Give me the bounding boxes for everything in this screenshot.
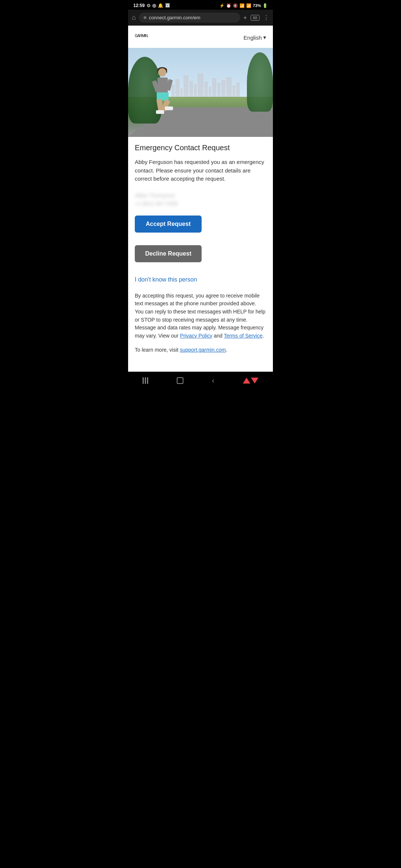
back-button[interactable]: ‹ xyxy=(212,376,215,385)
tab-count[interactable]: 88 xyxy=(251,15,260,21)
runner-head xyxy=(158,68,166,76)
triangle-up-icon xyxy=(243,378,250,384)
home-button[interactable] xyxy=(177,377,183,384)
accept-button-container: Accept Request xyxy=(135,216,266,233)
battery-icon: 🔋 xyxy=(263,3,268,8)
more-options-icon[interactable]: ⋮ xyxy=(263,14,269,21)
runner-shoe2 xyxy=(165,106,173,110)
bottom-navigation: ‹ xyxy=(128,372,273,392)
runner-body xyxy=(157,78,168,94)
recent-apps-button[interactable] xyxy=(143,377,148,384)
contact-phone: +1 (801) 867-5309 xyxy=(135,201,266,207)
garmin-header: GARMIN. English ▾ xyxy=(128,26,273,48)
browser-actions: + 88 ⋮ xyxy=(243,14,269,21)
tree-right xyxy=(247,52,273,112)
bar1 xyxy=(143,377,144,384)
building xyxy=(198,73,203,99)
dont-know-link[interactable]: I don't know this person xyxy=(135,276,266,283)
terms-of-service-link[interactable]: Terms of Service xyxy=(224,333,263,339)
battery-display: 73% xyxy=(253,3,261,8)
whatsapp-icon: ⊙ xyxy=(147,3,150,8)
url-text: connect.garmin.com/em xyxy=(149,15,200,20)
main-content: Emergency Contact Request Abby Ferguson … xyxy=(128,137,273,372)
page-title: Emergency Contact Request xyxy=(135,144,266,152)
triangle-down-icon xyxy=(251,378,258,384)
wifi-icon: 📶 xyxy=(239,3,245,8)
runner-shoe1 xyxy=(156,110,164,114)
contact-name: Abby Thompson xyxy=(135,192,266,198)
building xyxy=(226,77,232,99)
instagram-icon: ◎ xyxy=(152,3,156,8)
language-label: English xyxy=(244,34,262,41)
runner-figure xyxy=(150,66,176,115)
description-text: Abby Ferguson has requested you as an em… xyxy=(135,158,266,183)
support-link[interactable]: support.garmin.com xyxy=(180,347,226,353)
new-tab-icon[interactable]: + xyxy=(243,14,247,21)
decline-button-container: Decline Request xyxy=(135,245,266,262)
charge-icon: ⚡ xyxy=(219,3,225,8)
page-content: GARMIN. English ▾ xyxy=(128,26,273,372)
building xyxy=(175,79,180,99)
building xyxy=(183,75,189,99)
bar2 xyxy=(145,377,146,384)
chevron-down-icon: ▾ xyxy=(263,34,266,41)
status-bar: 12:59 ⊙ ◎ 🔔 🖼 ⚡ ⏰ 🔇 📶 📶 73% 🔋 xyxy=(128,0,273,10)
garmin-logo: GARMIN. xyxy=(135,32,148,43)
runner-scene xyxy=(128,48,273,137)
hero-image xyxy=(128,48,273,137)
time-display: 12:59 xyxy=(133,3,145,8)
disclaimer-text: By accepting this request, you agree to … xyxy=(135,292,266,340)
mute-icon: 🔇 xyxy=(233,3,238,8)
building xyxy=(212,78,216,99)
address-bar[interactable]: ⊕ connect.garmin.com/em xyxy=(139,13,241,23)
status-left: 12:59 ⊙ ◎ 🔔 🖼 xyxy=(133,3,170,8)
lock-icon: ⊕ xyxy=(143,15,147,20)
alarm-icon: ⏰ xyxy=(226,3,231,8)
browser-chrome: ⌂ ⊕ connect.garmin.com/em + 88 ⋮ xyxy=(128,10,273,26)
brand-logo-icon xyxy=(243,378,258,384)
notification-icon: 🔔 xyxy=(158,3,163,8)
accept-request-button[interactable]: Accept Request xyxy=(135,216,202,233)
contact-info: Abby Thompson +1 (801) 867-5309 xyxy=(135,192,266,207)
image-icon: 🖼 xyxy=(165,3,170,8)
language-selector[interactable]: English ▾ xyxy=(244,34,266,41)
home-icon[interactable]: ⌂ xyxy=(132,14,136,22)
decline-request-button[interactable]: Decline Request xyxy=(135,245,202,262)
signal-icon: 📶 xyxy=(246,3,251,8)
bar3 xyxy=(147,377,148,384)
support-text: To learn more, visit support.garmin.com. xyxy=(135,346,266,354)
privacy-policy-link[interactable]: Privacy Policy xyxy=(180,333,212,339)
status-right: ⚡ ⏰ 🔇 📶 📶 73% 🔋 xyxy=(219,3,268,8)
